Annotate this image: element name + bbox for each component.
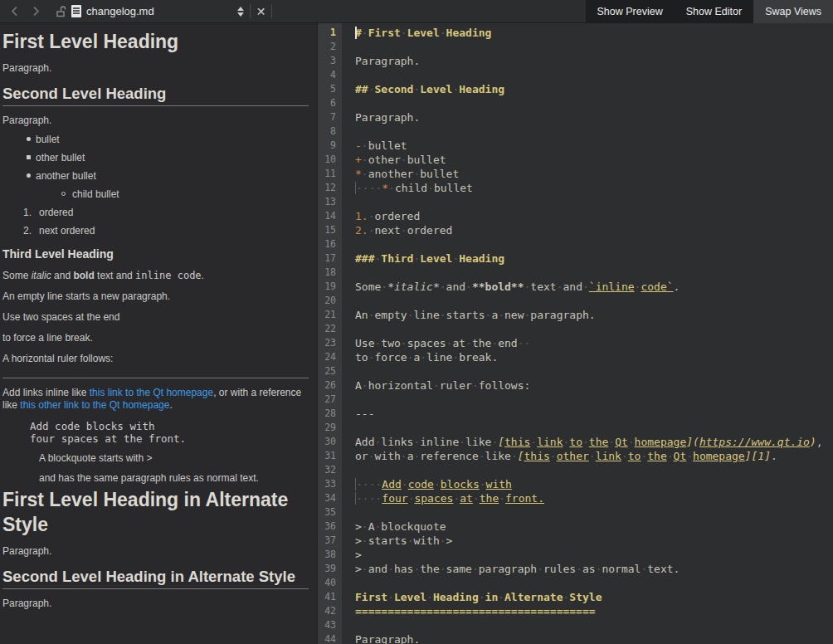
editor-line[interactable]: =====================================	[355, 604, 833, 618]
editor-line[interactable]	[355, 266, 833, 280]
editor-line[interactable]: ##·Second·Level·Heading	[355, 82, 833, 96]
whitespace-dot: ·	[473, 492, 480, 505]
close-icon[interactable]: ✕	[256, 6, 266, 17]
editor-line[interactable]: First·Level·Heading·in·Alternate·Style	[355, 590, 833, 604]
whitespace-dot: ·	[465, 281, 472, 293]
editor-line[interactable]	[355, 364, 833, 378]
editor-line[interactable]: Add·links·inline·like·[this·link·to·the·…	[355, 435, 833, 449]
editor-line[interactable]: A·horizontal·ruler·follows:	[355, 378, 833, 393]
editor-line[interactable]: >·A·blockquote	[355, 520, 833, 534]
code-token: front.	[505, 492, 544, 505]
editor-line[interactable]	[355, 322, 833, 336]
code-token: with	[413, 534, 439, 547]
editor-line[interactable]: ###·Third·Level·Heading	[355, 251, 833, 266]
editor-line[interactable]: or·with·a·reference·like·[this·other·lin…	[355, 449, 833, 463]
line-number: 19	[318, 280, 342, 294]
code-token: inline	[420, 436, 459, 448]
whitespace-dot: ·	[440, 27, 446, 39]
forward-icon[interactable]	[28, 4, 43, 19]
whitespace-dot: ·	[401, 154, 407, 166]
editor-line[interactable]	[355, 237, 833, 251]
editor-line[interactable]	[355, 393, 833, 407]
editor-line[interactable]	[355, 618, 833, 632]
editor-line[interactable]: ····*·child·bullet	[355, 181, 833, 195]
preview-heading: Second Level Heading in Alternate Style	[2, 567, 309, 589]
editor-line[interactable]	[355, 576, 833, 590]
whitespace-dot: ·	[479, 591, 485, 603]
preview-text: Paragraph.	[2, 62, 51, 74]
preview-paragraph: to force a line break.	[2, 332, 309, 344]
code-token: starts	[368, 534, 407, 547]
editor-line[interactable]: >·and·has·the·same·paragraph·rules·as·no…	[355, 562, 833, 576]
editor-line[interactable]: to·force·a·line·break.	[355, 350, 833, 364]
preview-link[interactable]: this other link to the Qt homepage	[20, 399, 169, 411]
editor-pane[interactable]: 1234567891011121314151617181920212223242…	[318, 23, 833, 644]
editor-line[interactable]: Paragraph.	[355, 632, 833, 644]
editor-line[interactable]: An·empty·line·starts·a·new·paragraph.	[355, 308, 833, 322]
code-token: the	[472, 337, 491, 349]
code-token: the	[589, 436, 608, 448]
triangle-up-icon	[237, 7, 244, 11]
code-token: Level	[407, 27, 440, 39]
swap-views-button[interactable]: Swap Views	[753, 0, 833, 23]
code-token: bullet	[420, 168, 459, 180]
line-number: 8	[318, 124, 342, 139]
editor-line[interactable]: Paragraph.	[355, 110, 833, 124]
editor-line[interactable]: #·First·Level·Heading	[355, 26, 833, 40]
code-token: paragraph	[479, 563, 537, 575]
code-token: )	[810, 436, 816, 448]
preview-text: italic	[32, 270, 51, 281]
editor-line[interactable]: ····four·spaces·at·the·front.	[355, 491, 833, 505]
editor-line[interactable]: >	[355, 548, 833, 562]
show-preview-button[interactable]: Show Preview	[586, 0, 675, 23]
line-number: 40	[318, 576, 342, 590]
show-editor-button[interactable]: Show Editor	[675, 0, 753, 23]
editor-line[interactable]	[355, 421, 833, 435]
editor-line[interactable]	[355, 96, 833, 110]
editor-line[interactable]: ····Add·code·blocks·with	[355, 477, 833, 491]
indent-guide: ····	[355, 478, 382, 490]
document-dropdown-icon[interactable]	[237, 7, 244, 17]
code-token: bullet	[434, 182, 473, 194]
editor-line[interactable]	[355, 124, 833, 139]
editor-line[interactable]	[355, 68, 833, 82]
editor-line[interactable]	[355, 195, 833, 209]
editor-line[interactable]	[355, 505, 833, 520]
editor-line[interactable]: Paragraph.	[355, 54, 833, 68]
editor-line[interactable]: >·starts·with·>	[355, 534, 833, 548]
editor-line[interactable]: *·another·bullet	[355, 167, 833, 181]
preview-blockquote: A blockquote starts with >and has the sa…	[2, 452, 309, 485]
code-token: and	[563, 281, 582, 293]
editor-line[interactable]: ---	[355, 407, 833, 421]
code-token: [	[518, 450, 524, 462]
preview-paragraph: Paragraph.	[2, 545, 309, 558]
editor-line[interactable]: Use·two·spaces·at·the·end··	[355, 336, 833, 350]
editor-line[interactable]: +·other·bullet	[355, 153, 833, 167]
line-number: 2	[318, 40, 342, 54]
code-area[interactable]: #·First·Level·HeadingParagraph.##·Second…	[342, 23, 833, 644]
code-token: two	[381, 337, 400, 349]
editor-line[interactable]: 1.·ordered	[355, 209, 833, 223]
editor-line[interactable]: Some·*italic*·and·**bold**·text·and·`inl…	[355, 280, 833, 294]
preview-pane[interactable]: First Level HeadingParagraph.Second Leve…	[0, 23, 318, 644]
preview-link[interactable]: this link to the Qt homepage	[90, 387, 213, 398]
back-icon[interactable]	[7, 4, 22, 19]
editor-line[interactable]	[355, 40, 833, 54]
whitespace-dot: ·	[362, 534, 368, 547]
code-token: starts	[446, 309, 485, 321]
editor-line[interactable]	[355, 463, 833, 477]
line-number: 32	[318, 463, 342, 477]
editor-line[interactable]	[355, 294, 833, 308]
document-title[interactable]: changelog.md	[86, 5, 161, 17]
preview-paragraph: Use two spaces at the end	[2, 311, 309, 324]
code-token: Heading	[459, 252, 504, 265]
editor-line[interactable]: 2.·next·ordered	[355, 223, 833, 237]
whitespace-dot: ·	[511, 450, 518, 462]
editor-line[interactable]: -·bullet	[355, 139, 833, 153]
code-token: text	[530, 281, 556, 293]
line-number: 37	[318, 534, 342, 548]
unlock-icon[interactable]	[53, 4, 68, 19]
whitespace-dot: ·	[621, 450, 628, 462]
separator	[271, 4, 272, 18]
code-token: another	[368, 168, 414, 180]
